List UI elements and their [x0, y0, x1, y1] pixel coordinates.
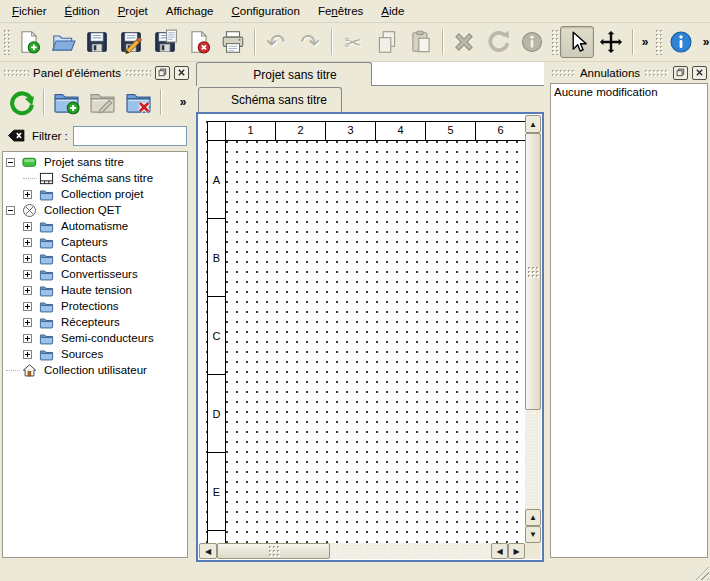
- scroll-right-button[interactable]: [508, 543, 525, 559]
- toolbar-overflow-button[interactable]: »: [637, 26, 653, 58]
- expander-plus-icon[interactable]: [23, 222, 32, 231]
- paste-button[interactable]: [404, 26, 438, 58]
- info-gray-button[interactable]: [515, 26, 549, 58]
- expander-plus-icon[interactable]: [23, 238, 32, 247]
- redo-button[interactable]: ↷: [293, 26, 327, 58]
- folder-delete-button[interactable]: [120, 84, 156, 120]
- cut-button[interactable]: ✂: [336, 26, 370, 58]
- scroll-left-button[interactable]: [491, 543, 508, 559]
- tree-item-haute-tension[interactable]: Haute tension: [3, 282, 187, 298]
- expander-plus-icon[interactable]: [23, 270, 32, 279]
- dock-grip[interactable]: [125, 69, 151, 76]
- tree-item-recepteurs[interactable]: Récepteurs: [3, 314, 187, 330]
- tree-item-semi-conducteurs[interactable]: Semi-conducteurs: [3, 330, 187, 346]
- folder-icon: [39, 315, 55, 330]
- tree-item-capteurs[interactable]: Capteurs: [3, 234, 187, 250]
- horizontal-scrollbar-track[interactable]: [330, 543, 491, 559]
- expander-plus-icon[interactable]: [23, 350, 32, 359]
- elements-panel-title: Panel d'éléments: [33, 67, 121, 79]
- sheet-drawing-area: [226, 141, 525, 543]
- scroll-left-button[interactable]: [199, 543, 217, 559]
- horizontal-scrollbar[interactable]: [199, 543, 525, 559]
- tree-item-sources[interactable]: Sources: [3, 346, 187, 362]
- dock-close-button[interactable]: [174, 66, 189, 80]
- copy-button[interactable]: [370, 26, 404, 58]
- column-header-4: 4: [376, 122, 426, 141]
- dock-grip[interactable]: [644, 69, 669, 76]
- tree-item-collection-utilisateur[interactable]: Collection utilisateur: [3, 362, 187, 378]
- elements-tree: Projet sans titreSchéma sans titreCollec…: [2, 151, 188, 558]
- scroll-up-button[interactable]: [525, 509, 541, 526]
- menu-fichier[interactable]: Fichier: [3, 0, 56, 22]
- undo-list-item[interactable]: Aucune modification: [551, 84, 707, 101]
- filter-input[interactable]: [73, 126, 187, 146]
- delete-button[interactable]: [447, 26, 481, 58]
- tree-item-schema-sans-titre[interactable]: Schéma sans titre: [3, 170, 187, 186]
- main-toolbar: ↶↷✂»»: [0, 23, 710, 62]
- schema-tab[interactable]: Schéma sans titre: [198, 87, 342, 112]
- save-as-button[interactable]: [114, 26, 148, 58]
- clear-filter-button[interactable]: [5, 126, 27, 146]
- menu-edition[interactable]: Édition: [56, 0, 109, 22]
- vertical-scrollbar[interactable]: [525, 115, 541, 543]
- undo-button[interactable]: ↶: [259, 26, 293, 58]
- folder-edit-button[interactable]: [84, 84, 120, 120]
- rotate-button[interactable]: [481, 26, 515, 58]
- info-blue-button[interactable]: [664, 26, 698, 58]
- tree-item-collection-qet[interactable]: Collection QET: [3, 202, 187, 218]
- scroll-down-button[interactable]: [525, 526, 541, 543]
- expander-plus-icon[interactable]: [23, 318, 32, 327]
- tree-item-label: Contacts: [59, 252, 108, 264]
- menu-aide[interactable]: Aide: [372, 0, 413, 22]
- expander-plus-icon[interactable]: [23, 190, 32, 199]
- dock-close-button[interactable]: [692, 66, 707, 80]
- undo-panel-titlebar[interactable]: Annulations: [548, 62, 710, 81]
- tree-item-convertisseurs[interactable]: Convertisseurs: [3, 266, 187, 282]
- tree-item-projet-sans-titre[interactable]: Projet sans titre: [3, 154, 187, 170]
- dock-grip[interactable]: [3, 69, 29, 76]
- expander-plus-icon[interactable]: [23, 302, 32, 311]
- scrollbar-corner: [525, 543, 541, 559]
- expander-minus-icon[interactable]: [6, 158, 15, 167]
- print-button[interactable]: [216, 26, 250, 58]
- menu-affichage[interactable]: Affichage: [157, 0, 223, 22]
- toolbar-handle[interactable]: [3, 29, 10, 55]
- horizontal-scrollbar-thumb[interactable]: [217, 543, 330, 559]
- refresh-button[interactable]: [3, 84, 39, 120]
- expander-minus-icon[interactable]: [6, 206, 15, 215]
- expander-plus-icon[interactable]: [23, 286, 32, 295]
- new-document-button[interactable]: [12, 26, 46, 58]
- project-tab[interactable]: Projet sans titre: [196, 62, 372, 86]
- expander-plus-icon[interactable]: [23, 254, 32, 263]
- menu-fenetres[interactable]: Fenêtres: [309, 0, 372, 22]
- dock-grip[interactable]: [551, 69, 576, 76]
- expander-plus-icon[interactable]: [23, 334, 32, 343]
- undo-panel-title: Annulations: [580, 67, 640, 79]
- toolbar-handle[interactable]: [655, 29, 662, 55]
- save-all-button[interactable]: [148, 26, 182, 58]
- dock-float-button[interactable]: [673, 66, 688, 80]
- elements-panel-titlebar[interactable]: Panel d'éléments: [0, 62, 192, 81]
- home-icon: [22, 363, 38, 378]
- vertical-scrollbar-thumb[interactable]: [525, 133, 541, 410]
- schema-canvas[interactable]: 123456 ABCDE: [199, 115, 525, 543]
- menu-configuration[interactable]: Configuration: [223, 0, 309, 22]
- folder-new-button[interactable]: [48, 84, 84, 120]
- close-document-button[interactable]: [182, 26, 216, 58]
- menu-projet[interactable]: Projet: [109, 0, 157, 22]
- vertical-scrollbar-track[interactable]: [525, 410, 541, 509]
- tree-item-contacts[interactable]: Contacts: [3, 250, 187, 266]
- tree-item-collection-projet[interactable]: Collection projet: [3, 186, 187, 202]
- open-document-button[interactable]: [46, 26, 80, 58]
- folder-icon: [39, 347, 55, 362]
- move-cross-button[interactable]: [594, 26, 628, 58]
- scroll-up-button[interactable]: [525, 115, 541, 133]
- dock-float-button[interactable]: [155, 66, 170, 80]
- toolbar-handle[interactable]: [551, 29, 558, 55]
- tree-item-protections[interactable]: Protections: [3, 298, 187, 314]
- tree-item-automatisme[interactable]: Automatisme: [3, 218, 187, 234]
- save-button[interactable]: [80, 26, 114, 58]
- toolbar-overflow-button[interactable]: »: [698, 26, 710, 58]
- resize-grip-icon[interactable]: [695, 566, 709, 580]
- select-arrow-button[interactable]: [560, 26, 594, 58]
